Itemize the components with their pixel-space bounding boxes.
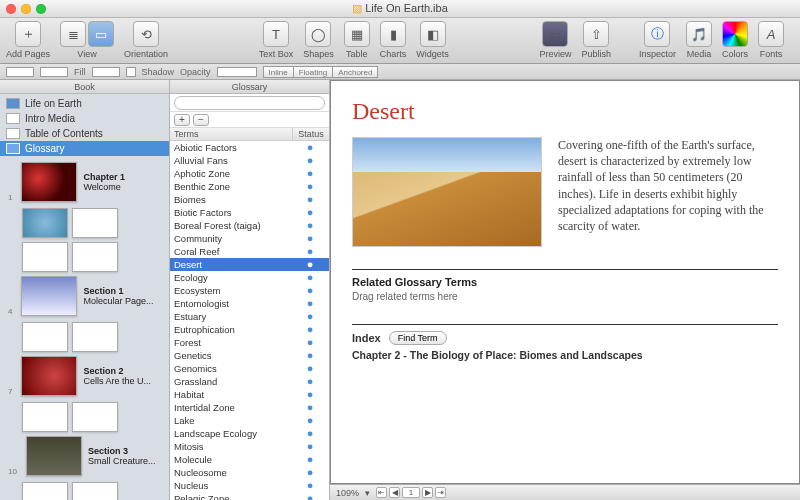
prev-page-button[interactable]: ◀ [389,487,400,498]
glossary-term-row[interactable]: Molecule● [170,453,329,466]
glossary-term-row[interactable]: Estuary● [170,310,329,323]
document-page[interactable]: Desert Covering one-fifth of the Earth's… [330,80,800,484]
shapes-button[interactable]: ◯ [305,21,331,47]
find-term-button[interactable]: Find Term [389,331,447,345]
line-style-swatch[interactable] [40,67,68,77]
status-dot-icon: ● [295,271,325,284]
opacity-field[interactable] [217,67,257,77]
glossary-term-row[interactable]: Pelagic Zone● [170,492,329,500]
section-label: Section 1Molecular Page... [83,286,153,306]
page-spread[interactable] [22,208,165,238]
preview-button[interactable]: ▭ [542,21,568,47]
fonts-button[interactable]: A [758,21,784,47]
first-page-button[interactable]: ⇤ [376,487,387,498]
glossary-term-row[interactable]: Grassland● [170,375,329,388]
wrap-floating[interactable]: Floating [294,66,333,78]
publish-button[interactable]: ⇧ [583,21,609,47]
chapter-thumb[interactable]: 1 Chapter 1Welcome [8,162,165,202]
glossary-term-row[interactable]: Lake● [170,414,329,427]
glossary-term-label: Nucleus [174,479,295,492]
row-number: 4 [8,307,12,316]
page-spread[interactable] [22,482,165,500]
glossary-term-row[interactable]: Mitosis● [170,440,329,453]
fill-swatch[interactable] [92,67,120,77]
page-title: Desert [352,98,778,125]
glossary-term-row[interactable]: Aphotic Zone● [170,167,329,180]
widgets-button[interactable]: ◧ [420,21,446,47]
glossary-term-row[interactable]: Nucleus● [170,479,329,492]
last-page-button[interactable]: ⇥ [435,487,446,498]
outline-item-book[interactable]: Life on Earth [0,96,169,111]
page-number-field[interactable]: 1 [402,487,420,498]
glossary-term-row[interactable]: Genomics● [170,362,329,375]
zoom-level[interactable]: 109% [336,488,359,498]
glossary-term-row[interactable]: Entomologist● [170,297,329,310]
outline-item-toc[interactable]: Table of Contents [0,126,169,141]
orientation-button[interactable]: ⟲ [133,21,159,47]
status-dot-icon: ● [295,453,325,466]
glossary-term-row[interactable]: Boreal Forest (taiga)● [170,219,329,232]
row-number: 7 [8,387,12,396]
section-thumb[interactable]: 7 Section 2Cells Are the U... [8,356,165,396]
view-outline-button[interactable]: ≣ [60,21,86,47]
outline-item-glossary[interactable]: Glossary [0,141,169,156]
glossary-search-input[interactable] [174,96,325,110]
page-spread[interactable] [22,242,165,272]
wrap-segmented-control[interactable]: Inline Floating Anchored [263,66,379,78]
inspector-button[interactable]: ⓘ [644,21,670,47]
glossary-term-label: Biomes [174,193,295,206]
glossary-term-row[interactable]: Biotic Factors● [170,206,329,219]
term-image[interactable] [352,137,542,247]
status-column-header[interactable]: Status [293,128,329,140]
wrap-anchored[interactable]: Anchored [333,66,378,78]
glossary-term-row[interactable]: Habitat● [170,388,329,401]
wrap-inline[interactable]: Inline [263,66,294,78]
glossary-term-row[interactable]: Intertidal Zone● [170,401,329,414]
glossary-term-row[interactable]: Landscape Ecology● [170,427,329,440]
glossary-term-row[interactable]: Ecology● [170,271,329,284]
media-button[interactable]: 🎵 [686,21,712,47]
glossary-term-row[interactable]: Community● [170,232,329,245]
glossary-term-label: Benthic Zone [174,180,295,193]
format-bar: Fill Shadow Opacity Inline Floating Anch… [0,64,800,80]
status-dot-icon: ● [295,427,325,440]
glossary-term-row[interactable]: Eutrophication● [170,323,329,336]
fonts-label: Fonts [760,49,783,59]
stroke-swatch[interactable] [6,67,34,77]
text-box-button[interactable]: T [263,21,289,47]
view-page-button[interactable]: ▭ [88,21,114,47]
outline-item-intro[interactable]: Intro Media [0,111,169,126]
glossary-term-row[interactable]: Forest● [170,336,329,349]
add-term-button[interactable]: + [174,114,190,126]
opacity-label: Opacity [180,67,211,77]
page-spread[interactable] [22,402,165,432]
thumbnail-image [26,436,82,476]
term-definition[interactable]: Covering one-fifth of the Earth's surfac… [558,137,778,247]
glossary-term-row[interactable]: Alluvial Fans● [170,154,329,167]
glossary-column-headers[interactable]: Terms Status [170,128,329,141]
glossary-term-row[interactable]: Genetics● [170,349,329,362]
glossary-term-row[interactable]: Nucleosome● [170,466,329,479]
glossary-term-row[interactable]: Biomes● [170,193,329,206]
glossary-term-row[interactable]: Abiotic Factors● [170,141,329,154]
status-dot-icon: ● [295,180,325,193]
charts-button[interactable]: ▮ [380,21,406,47]
related-terms-dropzone[interactable]: Drag related terms here [352,291,778,302]
shadow-checkbox[interactable] [126,67,136,77]
status-dot-icon: ● [295,167,325,180]
section-thumb[interactable]: 4 Section 1Molecular Page... [8,276,165,316]
add-pages-button[interactable]: ＋ [15,21,41,47]
remove-term-button[interactable]: − [193,114,209,126]
glossary-term-row[interactable]: Ecosystem● [170,284,329,297]
table-button[interactable]: ▦ [344,21,370,47]
glossary-term-row[interactable]: Coral Reef● [170,245,329,258]
section-thumb[interactable]: 10 Section 3Small Creature... [8,436,165,476]
glossary-term-row[interactable]: Benthic Zone● [170,180,329,193]
index-label: Index [352,332,381,344]
next-page-button[interactable]: ▶ [422,487,433,498]
page-spread[interactable] [22,322,165,352]
zoom-dropdown-icon[interactable]: ▾ [365,488,370,498]
glossary-term-row[interactable]: Desert● [170,258,329,271]
terms-column-header[interactable]: Terms [170,128,293,140]
colors-button[interactable] [722,21,748,47]
